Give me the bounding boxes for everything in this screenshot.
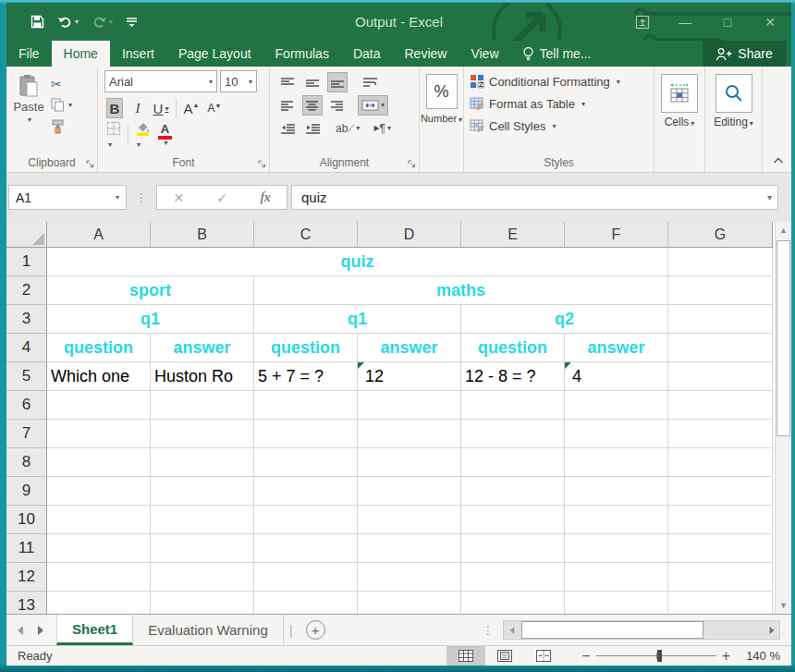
empty-cell[interactable] bbox=[47, 391, 151, 420]
clipboard-dialog-launcher[interactable] bbox=[86, 160, 94, 168]
zoom-slider-track[interactable] bbox=[596, 655, 716, 656]
empty-cell[interactable] bbox=[358, 477, 461, 506]
empty-cell[interactable] bbox=[461, 563, 565, 592]
empty-cell[interactable] bbox=[151, 448, 254, 477]
empty-cell[interactable] bbox=[461, 420, 565, 448]
empty-cell[interactable] bbox=[668, 477, 773, 506]
tell-me-box[interactable]: Tell me... bbox=[511, 41, 603, 67]
cell-D4-answer[interactable]: answer bbox=[358, 334, 461, 362]
cell-A4-question[interactable]: question bbox=[47, 334, 151, 362]
tab-page-layout[interactable]: Page Layout bbox=[166, 41, 263, 67]
underline-button[interactable]: U bbox=[153, 98, 169, 118]
align-left-button[interactable] bbox=[277, 95, 298, 116]
next-sheet-arrow[interactable] bbox=[38, 626, 43, 635]
enter-icon[interactable]: ✓ bbox=[217, 190, 228, 205]
maximize-button[interactable]: □ bbox=[706, 3, 749, 41]
cell-G5[interactable] bbox=[668, 362, 773, 391]
row-header-7[interactable]: 7 bbox=[6, 420, 47, 448]
empty-cell[interactable] bbox=[254, 563, 358, 592]
row-header-3[interactable]: 3 bbox=[6, 305, 47, 334]
editing-button-label[interactable]: Editing bbox=[705, 116, 762, 128]
cell-A1-quiz[interactable]: quiz bbox=[47, 248, 668, 276]
normal-view-button[interactable] bbox=[446, 646, 485, 666]
empty-cell[interactable] bbox=[565, 534, 668, 563]
text-direction-button[interactable]: ▶¶ bbox=[371, 118, 394, 139]
cell-A3-q1[interactable]: q1 bbox=[47, 305, 254, 334]
cell-B4-answer[interactable]: answer bbox=[151, 334, 254, 362]
row-header-5[interactable]: 5 bbox=[6, 362, 47, 391]
alignment-dialog-launcher[interactable] bbox=[408, 160, 416, 168]
cells-button[interactable] bbox=[661, 74, 698, 113]
format-painter-button[interactable] bbox=[51, 118, 72, 134]
cell-C4-question[interactable]: question bbox=[254, 334, 358, 362]
cell-G3[interactable] bbox=[668, 305, 773, 334]
cell-styles-button[interactable]: Cell Styles bbox=[470, 115, 654, 137]
font-size-select[interactable]: 10▾ bbox=[220, 70, 257, 92]
name-box[interactable]: A1 ▾ bbox=[8, 185, 127, 210]
share-button[interactable]: Share bbox=[703, 41, 786, 67]
sheet-tab-evaluation-warning[interactable]: Evaluation Warning bbox=[133, 615, 284, 645]
row-header-10[interactable]: 10 bbox=[6, 506, 47, 534]
cut-button[interactable]: ✂ bbox=[51, 76, 72, 92]
empty-cell[interactable] bbox=[565, 477, 668, 506]
tab-data[interactable]: Data bbox=[341, 41, 393, 67]
row-header-11[interactable]: 11 bbox=[6, 534, 47, 563]
row-header-4[interactable]: 4 bbox=[6, 334, 47, 362]
increase-indent-button[interactable] bbox=[302, 118, 323, 139]
page-break-preview-button[interactable] bbox=[524, 646, 563, 666]
empty-cell[interactable] bbox=[47, 506, 151, 534]
cells-button-label[interactable]: Cells bbox=[654, 116, 704, 128]
number-group-button-label[interactable]: Number bbox=[421, 113, 462, 124]
empty-cell[interactable] bbox=[668, 448, 773, 477]
name-box-dropdown-icon[interactable]: ▾ bbox=[116, 193, 119, 202]
empty-cell[interactable] bbox=[358, 534, 461, 563]
row-header-1[interactable]: 1 bbox=[6, 248, 47, 276]
empty-cell[interactable] bbox=[358, 448, 461, 477]
vertical-scrollbar[interactable]: ▲ ▼ bbox=[775, 222, 791, 614]
cell-E4-question[interactable]: question bbox=[461, 334, 565, 362]
empty-cell[interactable] bbox=[461, 592, 565, 614]
cell-E5[interactable]: 12 - 8 = ? bbox=[461, 362, 565, 391]
empty-cell[interactable] bbox=[668, 391, 773, 420]
empty-cell[interactable] bbox=[151, 420, 254, 448]
cell-E3-q2[interactable]: q2 bbox=[461, 305, 668, 334]
empty-cell[interactable] bbox=[461, 448, 565, 477]
row-header-6[interactable]: 6 bbox=[6, 391, 47, 420]
shrink-font-button[interactable]: A▼ bbox=[206, 98, 223, 118]
expand-formula-bar-icon[interactable]: ▾ bbox=[767, 192, 772, 202]
empty-cell[interactable] bbox=[47, 563, 151, 592]
empty-cell[interactable] bbox=[461, 391, 565, 420]
tab-insert[interactable]: Insert bbox=[110, 41, 166, 67]
empty-cell[interactable] bbox=[668, 506, 773, 534]
align-bottom-button[interactable] bbox=[327, 72, 348, 92]
empty-cell[interactable] bbox=[565, 448, 668, 477]
select-all-button[interactable] bbox=[6, 222, 47, 248]
conditional-formatting-button[interactable]: Conditional Formatting bbox=[470, 70, 654, 92]
font-dialog-launcher[interactable] bbox=[258, 160, 266, 168]
close-button[interactable]: ✕ bbox=[749, 3, 791, 41]
col-header-B[interactable]: B bbox=[151, 222, 254, 248]
row-header-12[interactable]: 12 bbox=[6, 563, 47, 592]
collapse-ribbon-button[interactable] bbox=[773, 157, 784, 165]
italic-button[interactable]: I bbox=[129, 98, 146, 118]
empty-cell[interactable] bbox=[668, 534, 773, 563]
percent-style-button[interactable]: % bbox=[426, 74, 458, 109]
empty-cell[interactable] bbox=[47, 477, 151, 506]
zoom-slider-thumb[interactable] bbox=[657, 650, 662, 662]
undo-button[interactable]: ▾ bbox=[57, 16, 79, 28]
cell-F5[interactable]: 4 bbox=[565, 362, 668, 391]
align-right-button[interactable] bbox=[327, 95, 348, 116]
fill-color-button[interactable] bbox=[135, 120, 152, 150]
cell-C3-q1[interactable]: q1 bbox=[254, 305, 461, 334]
empty-cell[interactable] bbox=[254, 534, 358, 563]
font-color-button[interactable]: A bbox=[158, 123, 172, 147]
align-top-button[interactable] bbox=[277, 72, 298, 92]
cell-F4-answer[interactable]: answer bbox=[565, 334, 668, 362]
font-name-select[interactable]: Arial▾ bbox=[104, 70, 217, 92]
empty-cell[interactable] bbox=[151, 391, 254, 420]
redo-button[interactable]: ▾ bbox=[92, 16, 113, 28]
empty-cell[interactable] bbox=[565, 391, 668, 420]
col-header-G[interactable]: G bbox=[668, 222, 773, 248]
horizontal-scroll-thumb[interactable] bbox=[521, 621, 703, 639]
empty-cell[interactable] bbox=[358, 391, 461, 420]
